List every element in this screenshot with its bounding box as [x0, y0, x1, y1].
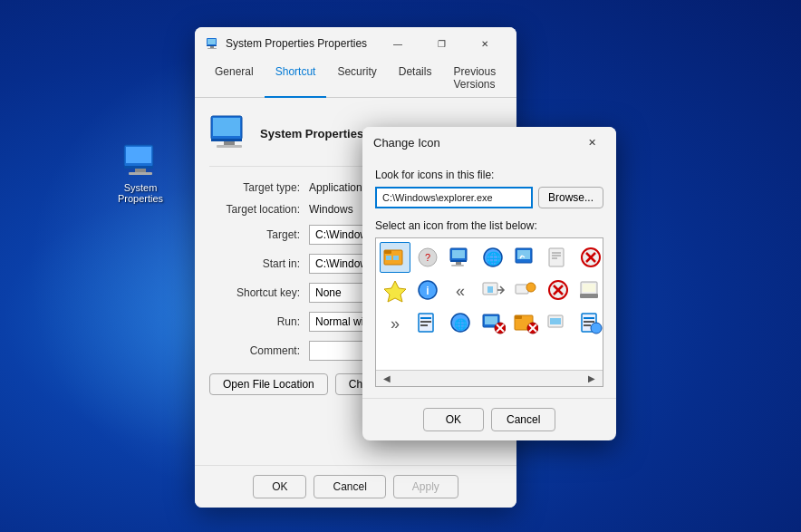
dialog-cancel-button[interactable]: Cancel — [491, 408, 555, 431]
titlebar-left: System Properties Properties — [206, 36, 367, 51]
svg-rect-7 — [207, 45, 217, 46]
open-file-location-button[interactable]: Open File Location — [209, 373, 328, 395]
icon-cell-13[interactable] — [510, 275, 541, 305]
value-target-type: Application — [309, 181, 362, 194]
svg-text:🌐: 🌐 — [486, 251, 502, 266]
svg-rect-9 — [207, 48, 217, 49]
file-input-row: Browse... — [375, 187, 603, 208]
svg-rect-25 — [451, 265, 464, 266]
scroll-left-arrow[interactable]: ◀ — [380, 372, 394, 385]
window-controls: — ❐ ✕ — [377, 31, 506, 56]
svg-rect-65 — [485, 316, 497, 324]
icon-cell-1[interactable] — [380, 242, 410, 273]
dialog-content: Look for icons in this file: Browse... S… — [362, 158, 616, 398]
icon-cell-18[interactable] — [412, 307, 443, 338]
label-target-location: Target location: — [209, 203, 309, 216]
file-label: Look for icons in this file: — [375, 169, 603, 181]
system-properties-icon — [121, 140, 159, 179]
icon-cell-7[interactable] — [575, 242, 603, 273]
close-button[interactable]: ✕ — [464, 31, 506, 56]
scroll-bar[interactable]: ◀ ▶ — [376, 370, 603, 386]
svg-rect-3 — [135, 169, 146, 172]
label-start-in: Start in: — [209, 257, 309, 270]
icon-cell-12[interactable] — [478, 275, 508, 305]
svg-rect-6 — [207, 39, 216, 44]
svg-rect-70 — [515, 315, 522, 319]
dialog-ok-button[interactable]: OK — [423, 408, 484, 431]
icon-cell-10[interactable]: i — [412, 275, 443, 305]
svg-rect-32 — [549, 248, 564, 266]
icon-cell-2[interactable]: ? — [412, 242, 443, 273]
label-shortcut-key: Shortcut key: — [209, 286, 309, 299]
icon-grid: ? 🌐 — [376, 238, 603, 342]
label-target: Target: — [209, 228, 309, 241]
ok-button[interactable]: OK — [253, 475, 306, 498]
maximize-button[interactable]: ❐ — [420, 31, 462, 56]
tab-security[interactable]: Security — [326, 60, 387, 98]
svg-rect-8 — [210, 46, 214, 48]
svg-rect-24 — [456, 262, 461, 265]
svg-rect-4 — [129, 172, 152, 175]
icon-cell-15[interactable] — [575, 275, 603, 305]
svg-rect-13 — [224, 141, 235, 145]
icon-cell-20[interactable] — [478, 307, 508, 338]
icon-cell-11[interactable]: « — [445, 275, 476, 305]
cancel-button[interactable]: Cancel — [314, 475, 385, 498]
icon-cell-6[interactable] — [543, 242, 574, 273]
select-label: Select an icon from the list below: — [375, 219, 603, 232]
svg-rect-11 — [213, 118, 240, 136]
icon-cell-19[interactable]: 🌐 — [445, 307, 476, 338]
window-title: System Properties Properties — [226, 37, 367, 50]
tab-general[interactable]: General — [204, 60, 265, 98]
desktop-icon-system-properties[interactable]: System Properties — [104, 140, 177, 204]
desktop-icon-label-line1: System — [124, 182, 158, 193]
icon-cell-14[interactable] — [543, 275, 574, 305]
svg-text:«: « — [456, 282, 465, 300]
svg-rect-60 — [420, 321, 431, 323]
svg-rect-18 — [393, 256, 399, 260]
icon-cell-22[interactable] — [543, 307, 574, 338]
svg-text:»: » — [391, 314, 400, 333]
svg-rect-12 — [211, 139, 242, 141]
svg-rect-2 — [124, 166, 153, 169]
svg-rect-75 — [550, 318, 561, 324]
scroll-right-arrow[interactable]: ▶ — [584, 372, 599, 385]
tab-previous-versions[interactable]: Previous Versions — [442, 60, 507, 98]
svg-rect-61 — [420, 324, 428, 326]
icon-cell-23[interactable] — [575, 307, 603, 338]
svg-point-80 — [591, 323, 602, 334]
change-icon-dialog: Change Icon ✕ Look for icons in this fil… — [362, 127, 616, 440]
icon-cell-17[interactable]: » — [380, 307, 410, 338]
desktop: System Properties System Properties Prop… — [0, 0, 801, 532]
browse-button[interactable]: Browse... — [538, 187, 603, 208]
icon-cell-5[interactable] — [510, 242, 541, 273]
svg-rect-14 — [217, 145, 242, 148]
sys-header-icon — [209, 112, 249, 155]
tab-shortcut[interactable]: Shortcut — [265, 60, 327, 98]
svg-rect-79 — [584, 324, 591, 326]
dialog-footer: OK Cancel — [362, 398, 616, 440]
titlebar-app-icon — [206, 36, 220, 51]
tabs-bar: General Shortcut Security Details Previo… — [195, 60, 516, 98]
svg-rect-77 — [584, 317, 594, 319]
icon-cell-21[interactable] — [510, 307, 541, 338]
tab-details[interactable]: Details — [388, 60, 443, 98]
icon-cell-4[interactable]: 🌐 — [478, 242, 508, 273]
apply-button[interactable]: Apply — [393, 475, 458, 498]
value-target-location: Windows — [309, 203, 353, 216]
svg-marker-41 — [384, 281, 406, 302]
label-target-type: Target type: — [209, 181, 309, 194]
icon-cell-9[interactable] — [380, 275, 410, 305]
dialog-titlebar: Change Icon ✕ — [362, 127, 616, 158]
svg-rect-59 — [420, 317, 431, 319]
icon-cell-3[interactable] — [445, 242, 476, 273]
dialog-close-button[interactable]: ✕ — [578, 131, 605, 153]
svg-rect-78 — [584, 321, 594, 323]
file-path-input[interactable] — [375, 187, 533, 208]
svg-text:🌐: 🌐 — [454, 317, 468, 331]
svg-point-48 — [526, 283, 536, 292]
sys-footer: OK Cancel Apply — [195, 465, 516, 508]
minimize-button[interactable]: — — [377, 31, 419, 56]
svg-rect-22 — [452, 250, 465, 258]
label-comment: Comment: — [209, 344, 309, 357]
